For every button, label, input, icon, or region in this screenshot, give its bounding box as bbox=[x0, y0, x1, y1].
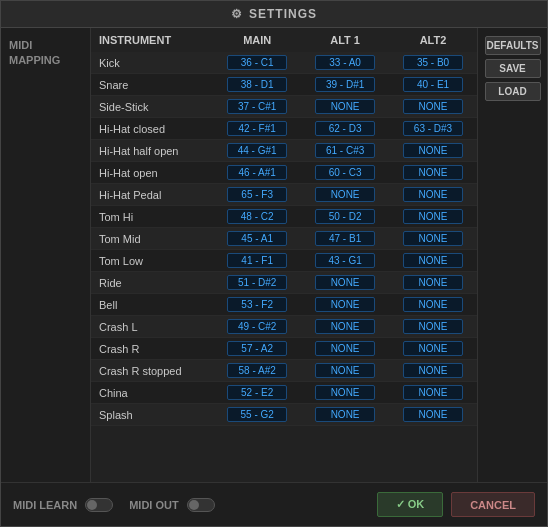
main-cell[interactable]: 65 - F3 bbox=[213, 184, 301, 206]
midi-learn-toggle[interactable] bbox=[85, 498, 113, 512]
alt2-cell[interactable]: NONE bbox=[389, 316, 477, 338]
table-row: China52 - E2NONENONE bbox=[91, 382, 477, 404]
alt1-cell[interactable]: 47 - B1 bbox=[301, 228, 389, 250]
instrument-cell: Crash R bbox=[91, 338, 213, 360]
table-row: Crash R57 - A2NONENONE bbox=[91, 338, 477, 360]
main-cell[interactable]: 44 - G#1 bbox=[213, 140, 301, 162]
cancel-button[interactable]: CANCEL bbox=[451, 492, 535, 517]
main-cell[interactable]: 37 - C#1 bbox=[213, 96, 301, 118]
instrument-cell: Hi-Hat half open bbox=[91, 140, 213, 162]
instrument-cell: Hi-Hat open bbox=[91, 162, 213, 184]
left-sidebar: MIDI MAPPING bbox=[1, 28, 91, 482]
midi-learn-knob bbox=[87, 500, 97, 510]
main-cell[interactable]: 48 - C2 bbox=[213, 206, 301, 228]
alt2-cell[interactable]: NONE bbox=[389, 382, 477, 404]
main-cell[interactable]: 36 - C1 bbox=[213, 52, 301, 74]
alt2-cell[interactable]: NONE bbox=[389, 272, 477, 294]
alt2-cell[interactable]: NONE bbox=[389, 162, 477, 184]
table-row: Tom Low41 - F143 - G1NONE bbox=[91, 250, 477, 272]
table-row: Crash R stopped58 - A#2NONENONE bbox=[91, 360, 477, 382]
alt2-cell[interactable]: NONE bbox=[389, 96, 477, 118]
alt1-cell[interactable]: 62 - D3 bbox=[301, 118, 389, 140]
instrument-cell: Tom Mid bbox=[91, 228, 213, 250]
instrument-cell: Hi-Hat closed bbox=[91, 118, 213, 140]
alt2-cell[interactable]: 35 - B0 bbox=[389, 52, 477, 74]
midi-out-toggle[interactable] bbox=[187, 498, 215, 512]
instrument-cell: China bbox=[91, 382, 213, 404]
alt1-cell[interactable]: 60 - C3 bbox=[301, 162, 389, 184]
footer-left: MIDI LEARN MIDI OUT bbox=[13, 498, 215, 512]
table-row: Side-Stick37 - C#1NONENONE bbox=[91, 96, 477, 118]
alt2-cell[interactable]: 40 - E1 bbox=[389, 74, 477, 96]
main-cell[interactable]: 57 - A2 bbox=[213, 338, 301, 360]
instrument-cell: Splash bbox=[91, 404, 213, 426]
instrument-cell: Crash R stopped bbox=[91, 360, 213, 382]
midi-out-group: MIDI OUT bbox=[129, 498, 215, 512]
main-cell[interactable]: 58 - A#2 bbox=[213, 360, 301, 382]
midi-table: INSTRUMENT MAIN ALT 1 ALT2 Kick36 - C133… bbox=[91, 28, 477, 426]
alt1-cell[interactable]: NONE bbox=[301, 184, 389, 206]
alt1-cell[interactable]: 50 - D2 bbox=[301, 206, 389, 228]
instrument-cell: Bell bbox=[91, 294, 213, 316]
alt1-cell[interactable]: 61 - C#3 bbox=[301, 140, 389, 162]
main-cell[interactable]: 55 - G2 bbox=[213, 404, 301, 426]
main-table-area: INSTRUMENT MAIN ALT 1 ALT2 Kick36 - C133… bbox=[91, 28, 477, 482]
main-cell[interactable]: 52 - E2 bbox=[213, 382, 301, 404]
ok-button[interactable]: ✓ OK bbox=[377, 492, 444, 517]
load-button[interactable]: LOAD bbox=[485, 82, 541, 101]
alt1-cell[interactable]: 43 - G1 bbox=[301, 250, 389, 272]
alt1-cell[interactable]: NONE bbox=[301, 294, 389, 316]
alt1-cell[interactable]: NONE bbox=[301, 404, 389, 426]
midi-out-label: MIDI OUT bbox=[129, 499, 179, 511]
footer: MIDI LEARN MIDI OUT ✓ OK CANCEL bbox=[1, 482, 547, 526]
alt1-cell[interactable]: 33 - A0 bbox=[301, 52, 389, 74]
defaults-button[interactable]: DEFAULTS bbox=[485, 36, 541, 55]
table-row: Hi-Hat half open44 - G#161 - C#3NONE bbox=[91, 140, 477, 162]
alt2-cell[interactable]: NONE bbox=[389, 250, 477, 272]
alt1-cell[interactable]: 39 - D#1 bbox=[301, 74, 389, 96]
alt1-cell[interactable]: NONE bbox=[301, 382, 389, 404]
alt2-cell[interactable]: NONE bbox=[389, 404, 477, 426]
alt2-cell[interactable]: NONE bbox=[389, 140, 477, 162]
alt2-cell[interactable]: NONE bbox=[389, 294, 477, 316]
alt1-cell[interactable]: NONE bbox=[301, 316, 389, 338]
settings-window: ⚙ SETTINGS MIDI MAPPING INSTRUMENT MAIN … bbox=[0, 0, 548, 527]
instrument-cell: Crash L bbox=[91, 316, 213, 338]
midi-out-knob bbox=[189, 500, 199, 510]
alt2-cell[interactable]: NONE bbox=[389, 360, 477, 382]
main-cell[interactable]: 42 - F#1 bbox=[213, 118, 301, 140]
table-row: Kick36 - C133 - A035 - B0 bbox=[91, 52, 477, 74]
alt2-cell[interactable]: NONE bbox=[389, 228, 477, 250]
instrument-cell: Side-Stick bbox=[91, 96, 213, 118]
instrument-cell: Tom Hi bbox=[91, 206, 213, 228]
instrument-cell: Hi-Hat Pedal bbox=[91, 184, 213, 206]
table-row: Ride51 - D#2NONENONE bbox=[91, 272, 477, 294]
main-cell[interactable]: 46 - A#1 bbox=[213, 162, 301, 184]
table-row: Crash L49 - C#2NONENONE bbox=[91, 316, 477, 338]
alt2-cell[interactable]: 63 - D#3 bbox=[389, 118, 477, 140]
gear-icon: ⚙ bbox=[231, 7, 243, 21]
alt1-cell[interactable]: NONE bbox=[301, 360, 389, 382]
alt1-cell[interactable]: NONE bbox=[301, 338, 389, 360]
col-alt2: ALT2 bbox=[389, 28, 477, 52]
main-cell[interactable]: 53 - F2 bbox=[213, 294, 301, 316]
alt2-cell[interactable]: NONE bbox=[389, 338, 477, 360]
main-cell[interactable]: 41 - F1 bbox=[213, 250, 301, 272]
main-cell[interactable]: 38 - D1 bbox=[213, 74, 301, 96]
alt2-cell[interactable]: NONE bbox=[389, 206, 477, 228]
midi-mapping-label: MIDI MAPPING bbox=[9, 38, 82, 69]
alt2-cell[interactable]: NONE bbox=[389, 184, 477, 206]
save-button[interactable]: SAVE bbox=[485, 59, 541, 78]
right-sidebar: DEFAULTS SAVE LOAD bbox=[477, 28, 547, 482]
alt1-cell[interactable]: NONE bbox=[301, 96, 389, 118]
main-cell[interactable]: 49 - C#2 bbox=[213, 316, 301, 338]
main-cell[interactable]: 51 - D#2 bbox=[213, 272, 301, 294]
table-row: Hi-Hat Pedal65 - F3NONENONE bbox=[91, 184, 477, 206]
instrument-cell: Snare bbox=[91, 74, 213, 96]
alt1-cell[interactable]: NONE bbox=[301, 272, 389, 294]
main-cell[interactable]: 45 - A1 bbox=[213, 228, 301, 250]
table-row: Tom Hi48 - C250 - D2NONE bbox=[91, 206, 477, 228]
table-row: Hi-Hat closed42 - F#162 - D363 - D#3 bbox=[91, 118, 477, 140]
table-row: Bell53 - F2NONENONE bbox=[91, 294, 477, 316]
table-row: Hi-Hat open46 - A#160 - C3NONE bbox=[91, 162, 477, 184]
